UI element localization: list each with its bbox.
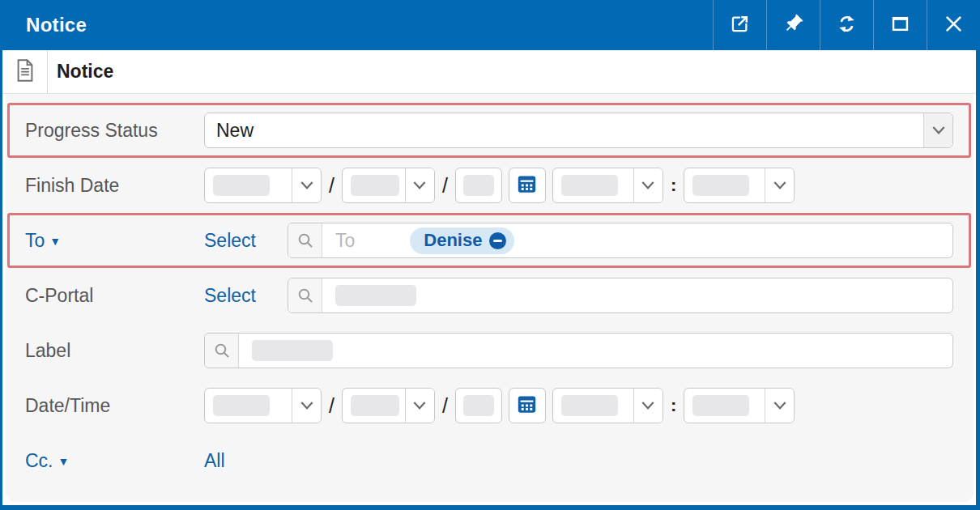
placeholder-block (692, 175, 749, 196)
date-time-label: Date/Time (10, 395, 204, 417)
placeholder-block (692, 395, 749, 416)
finish-date-label: Finish Date (10, 175, 204, 197)
placeholder-block (213, 175, 270, 196)
finish-date-hour-select[interactable] (552, 168, 663, 203)
chevron-down-icon[interactable] (923, 113, 952, 147)
chevron-down-icon[interactable] (633, 168, 663, 202)
search-icon (205, 334, 239, 368)
row-label: Label (7, 323, 971, 378)
placeholder-block (561, 395, 618, 416)
cc-all-link[interactable]: All (204, 450, 225, 472)
chevron-down-icon[interactable] (405, 389, 434, 423)
date-separator: / (442, 394, 448, 418)
notice-window: Notice (0, 0, 980, 510)
finish-date-controls: / / (204, 168, 969, 203)
row-to: To▼ Select To Denise (7, 213, 971, 268)
to-select-link[interactable]: Select (204, 230, 288, 252)
cc-label-dropdown[interactable]: Cc.▼ (10, 450, 204, 472)
to-label-dropdown[interactable]: To▼ (10, 230, 204, 252)
placeholder-block (213, 395, 270, 416)
placeholder-block (561, 175, 618, 196)
finish-date-day-field[interactable] (455, 168, 502, 203)
triangle-down-icon: ▼ (49, 235, 61, 248)
finish-date-month-select[interactable] (342, 168, 435, 203)
document-icon (15, 59, 35, 85)
date-time-month-select[interactable] (342, 388, 435, 423)
to-search-input[interactable]: To Denise (288, 223, 953, 258)
chevron-down-icon[interactable] (765, 389, 794, 423)
row-date-time: Date/Time / / (7, 378, 971, 433)
to-placeholder: To (322, 230, 355, 252)
finish-date-minute-select[interactable] (684, 168, 795, 203)
placeholder-block (252, 340, 333, 361)
date-time-controls: / / (204, 388, 969, 423)
recipient-chip[interactable]: Denise (410, 227, 514, 254)
c-portal-label: C-Portal (10, 285, 204, 307)
time-separator: : (671, 175, 676, 196)
label-controls (204, 333, 969, 368)
open-in-new-button[interactable] (713, 0, 766, 50)
chevron-down-icon[interactable] (765, 168, 794, 202)
form-content: Progress Status New Finish Date (6, 94, 974, 502)
remove-chip-icon[interactable] (489, 232, 506, 249)
progress-status-value: New (205, 120, 254, 142)
page-title: Notice (48, 50, 113, 93)
row-c-portal: C-Portal Select (7, 268, 971, 323)
pin-icon (782, 13, 804, 38)
title-bar: Notice (0, 0, 980, 50)
page-header: Notice (2, 50, 976, 94)
placeholder-block (463, 395, 494, 416)
c-portal-select-link[interactable]: Select (204, 285, 288, 307)
window-title: Notice (0, 0, 87, 50)
finish-date-year-select[interactable] (204, 168, 322, 203)
pin-button[interactable] (766, 0, 820, 50)
titlebar-buttons (713, 0, 980, 50)
row-progress-status: Progress Status New (7, 103, 971, 158)
close-icon (943, 13, 965, 38)
refresh-icon (836, 13, 858, 38)
date-time-hour-select[interactable] (552, 388, 663, 423)
open-in-new-icon (729, 13, 751, 38)
calendar-icon (516, 174, 538, 198)
progress-status-select[interactable]: New (204, 113, 953, 148)
header-icon-cell (2, 50, 48, 93)
maximize-icon (889, 13, 911, 38)
c-portal-controls: Select (204, 278, 969, 313)
c-portal-search-input[interactable] (288, 278, 953, 313)
search-icon (288, 278, 322, 312)
chevron-down-icon[interactable] (633, 389, 663, 423)
time-separator: : (671, 395, 676, 416)
refresh-button[interactable] (820, 0, 873, 50)
label-field-label: Label (10, 340, 204, 362)
date-time-calendar-button[interactable] (509, 388, 546, 423)
date-time-day-field[interactable] (455, 388, 502, 423)
placeholder-block (463, 175, 494, 196)
chevron-down-icon[interactable] (292, 168, 321, 202)
placeholder-block (351, 175, 399, 196)
row-cc: Cc.▼ All (7, 433, 971, 488)
finish-date-calendar-button[interactable] (509, 168, 546, 203)
close-button[interactable] (927, 0, 980, 50)
date-time-year-select[interactable] (204, 388, 322, 423)
maximize-button[interactable] (873, 0, 927, 50)
date-time-minute-select[interactable] (684, 388, 795, 423)
row-finish-date: Finish Date / / (7, 158, 971, 213)
label-search-input[interactable] (204, 333, 953, 368)
cc-controls: All (204, 450, 969, 472)
triangle-down-icon: ▼ (58, 455, 70, 468)
progress-status-controls: New (204, 113, 969, 148)
placeholder-block (351, 395, 399, 416)
placeholder-block (335, 285, 416, 306)
date-separator: / (329, 394, 334, 418)
date-separator: / (442, 174, 448, 198)
chevron-down-icon[interactable] (405, 168, 434, 202)
date-separator: / (329, 174, 334, 198)
to-controls: Select To Denise (204, 223, 969, 258)
chevron-down-icon[interactable] (292, 389, 321, 423)
calendar-icon (516, 394, 538, 418)
progress-status-label: Progress Status (10, 120, 204, 142)
chip-label: Denise (424, 230, 482, 251)
search-icon (288, 223, 322, 257)
